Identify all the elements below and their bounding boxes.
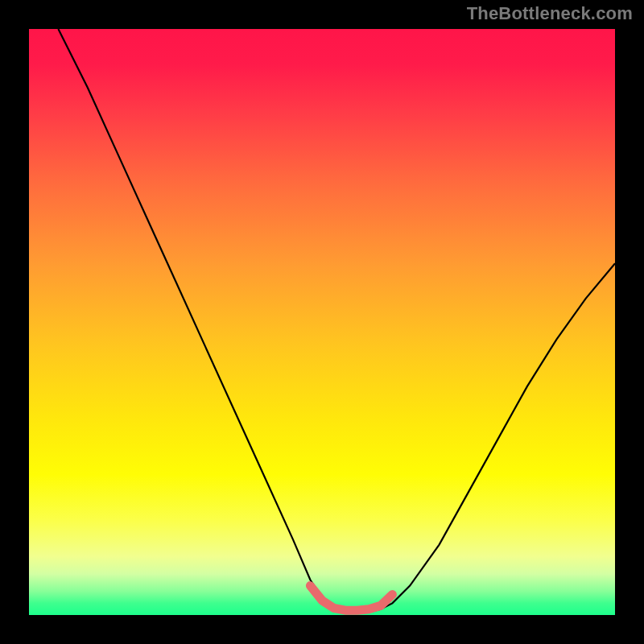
curve-path: [58, 29, 615, 612]
watermark-label: TheBottleneck.com: [467, 3, 633, 24]
valley-highlight: [310, 586, 392, 611]
plot-area: [29, 29, 615, 615]
bottleneck-curve: [29, 29, 615, 615]
chart-frame: TheBottleneck.com: [0, 0, 644, 644]
